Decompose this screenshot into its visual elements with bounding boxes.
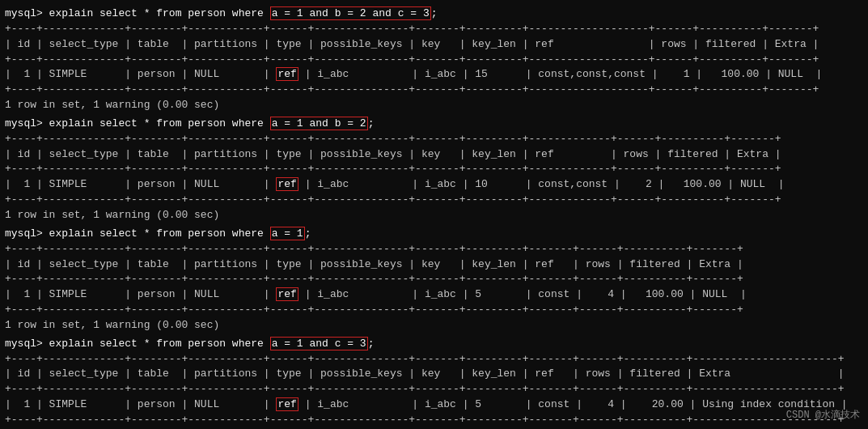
divider-top-2: +----+-------------+--------+-----------… (5, 132, 863, 147)
divider-bot-2: +----+-------------+--------+-----------… (5, 193, 863, 208)
header-2: | id | select_type | table | partitions … (5, 147, 863, 163)
row-pre-2: | 1 | SIMPLE | person | NULL | (5, 178, 276, 190)
ref-2: ref (276, 177, 298, 191)
row-post-2: | i_abc | i_abc | 10 | const,const | 2 |… (299, 178, 785, 190)
query-block-1: mysql> explain select * from person wher… (5, 6, 863, 113)
divider-mid-3: +----+-------------+--------+-----------… (5, 272, 863, 287)
query-block-2: mysql> explain select * from person wher… (5, 117, 863, 223)
divider-top-4: +----+-------------+--------+-----------… (5, 352, 863, 367)
header-4: | id | select_type | table | partitions … (5, 367, 863, 382)
prompt-text-1: mysql> explain select * from person wher… (5, 7, 270, 19)
ref-3: ref (276, 287, 298, 301)
highlight-condition-2: a = 1 and b = 2 (270, 117, 368, 130)
divider-mid-1: +----+-------------+--------+-----------… (5, 53, 863, 68)
header-1: | id | select_type | table | partitions … (5, 37, 863, 53)
row-post-3: | i_abc | i_abc | 5 | const | 4 | 100.00… (299, 288, 747, 300)
prompt-line-1: mysql> explain select * from person wher… (5, 6, 863, 22)
row-2: | 1 | SIMPLE | person | NULL | ref | i_a… (5, 177, 863, 193)
prompt-end-1: ; (431, 7, 438, 19)
row-4: | 1 | SIMPLE | person | NULL | ref | i_a… (5, 397, 863, 413)
row-pre-4: | 1 | SIMPLE | person | NULL | (5, 398, 276, 410)
divider-top-3: +----+-------------+--------+-----------… (5, 242, 863, 257)
prompt-text-3: mysql> explain select * from person wher… (5, 227, 270, 240)
prompt-end-4: ; (368, 338, 375, 350)
prompt-line-2: mysql> explain select * from person wher… (5, 117, 863, 132)
divider-mid-2: +----+-------------+--------+-----------… (5, 162, 863, 177)
highlight-condition-4: a = 1 and c = 3 (270, 337, 368, 350)
row-pre-3: | 1 | SIMPLE | person | NULL | (5, 288, 276, 300)
row-post-1: | i_abc | i_abc | 15 | const,const,const… (299, 68, 823, 80)
query-block-4: mysql> explain select * from person wher… (5, 337, 863, 429)
divider-bot-4: +----+-------------+--------+-----------… (5, 413, 863, 428)
result-2: 1 row in set, 1 warning (0.00 sec) (5, 208, 863, 223)
highlight-condition-1: a = 1 and b = 2 and c = 3 (270, 6, 431, 20)
prompt-line-3: mysql> explain select * from person wher… (5, 227, 863, 242)
divider-top-1: +----+-------------+--------+-----------… (5, 22, 863, 37)
prompt-end-2: ; (368, 117, 375, 130)
prompt-end-3: ; (305, 227, 311, 240)
divider-mid-4: +----+-------------+--------+-----------… (5, 382, 863, 397)
prompt-text-4: mysql> explain select * from person wher… (5, 338, 270, 350)
watermark: CSDN @水滴技术 (786, 409, 860, 423)
divider-bot-3: +----+-------------+--------+-----------… (5, 303, 863, 318)
header-3: | id | select_type | table | partitions … (5, 257, 863, 273)
ref-4: ref (276, 397, 298, 411)
prompt-text-2: mysql> explain select * from person wher… (5, 117, 270, 130)
result-3: 1 row in set, 1 warning (0.00 sec) (5, 318, 863, 333)
query-block-3: mysql> explain select * from person wher… (5, 227, 863, 333)
row-1: | 1 | SIMPLE | person | NULL | ref | i_a… (5, 67, 863, 83)
row-pre-1: | 1 | SIMPLE | person | NULL | (5, 68, 276, 80)
terminal: mysql> explain select * from person wher… (5, 6, 863, 429)
highlight-condition-3: a = 1 (270, 227, 305, 240)
prompt-line-4: mysql> explain select * from person wher… (5, 337, 863, 352)
result-1: 1 row in set, 1 warning (0.00 sec) (5, 98, 863, 113)
divider-bot-1: +----+-------------+--------+-----------… (5, 83, 863, 98)
row-3: | 1 | SIMPLE | person | NULL | ref | i_a… (5, 287, 863, 303)
row-post-4: | i_abc | i_abc | 5 | const | 4 | 20.00 … (299, 398, 848, 410)
ref-1: ref (276, 67, 298, 81)
